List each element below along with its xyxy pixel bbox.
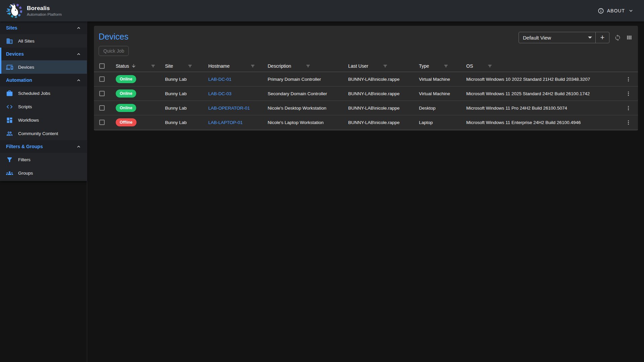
hostname-link[interactable]: LAB-LAPTOP-01: [208, 120, 243, 125]
row-menu-icon[interactable]: [626, 120, 631, 125]
sidebar-item-all-sites[interactable]: All Sites: [0, 34, 87, 48]
sidebar-item-label: Scripts: [18, 104, 32, 109]
description-cell: Primary Domain Controller: [268, 77, 348, 82]
sidebar-item-label: Scheduled Jobs: [18, 91, 50, 96]
site-cell: Bunny Lab: [165, 77, 208, 82]
filter-icon[interactable]: [487, 63, 493, 69]
site-cell: Bunny Lab: [165, 91, 208, 96]
select-caret-icon: [588, 37, 592, 39]
column-header-os[interactable]: OS: [466, 63, 623, 69]
type-cell: Desktop: [419, 106, 466, 111]
last-user-cell: BUNNY-LAB\nicole.rappe: [348, 77, 419, 82]
sort-desc-icon: [131, 63, 136, 68]
type-cell: Virtual Machine: [419, 77, 466, 82]
description-cell: Secondary Domain Controller: [268, 91, 348, 96]
section-label: Filters & Groups: [6, 144, 43, 149]
row-checkbox[interactable]: [99, 120, 105, 125]
os-cell: Microsoft Windows 11 2025 Standard 24H2 …: [466, 91, 623, 96]
column-label: Site: [165, 63, 173, 69]
column-header-description[interactable]: Description: [268, 63, 348, 69]
devices-table: Status Site Hostname Description Last Us…: [94, 60, 638, 130]
sidebar-item-label: Devices: [18, 65, 34, 70]
sidebar-group-automation: Automation Scheduled Jobs Scripts Workfl…: [0, 74, 87, 140]
status-badge: Online: [116, 89, 136, 98]
sidebar-item-community-content[interactable]: Community Content: [0, 127, 87, 140]
chevron-up-icon: [76, 25, 82, 31]
sidebar-group-filters-groups: Filters & Groups Filters Groups: [0, 140, 87, 180]
about-label: ABOUT: [607, 8, 625, 13]
filter-icon[interactable]: [382, 63, 388, 69]
section-label: Sites: [6, 25, 17, 31]
row-menu-icon[interactable]: [626, 91, 631, 97]
sidebar-section-automation[interactable]: Automation: [0, 74, 87, 86]
sidebar-group-devices: Devices Devices: [0, 48, 87, 74]
row-menu-icon[interactable]: [626, 76, 631, 82]
sidebar-item-label: Workflows: [18, 118, 39, 123]
column-header-site[interactable]: Site: [165, 63, 208, 69]
row-checkbox[interactable]: [99, 76, 105, 82]
chevron-down-icon: [628, 8, 634, 14]
description-cell: Nicole's Desktop Workstation: [268, 106, 348, 111]
table-header-row: Status Site Hostname Description Last Us…: [94, 60, 638, 72]
row-checkbox[interactable]: [99, 105, 105, 111]
chevron-up-icon: [76, 144, 82, 149]
brand-text: Borealis Automation Platform: [27, 5, 62, 16]
hostname-link[interactable]: LAB-OPERATOR-01: [208, 106, 250, 111]
brand-title: Borealis: [27, 5, 62, 12]
column-header-status[interactable]: Status: [116, 63, 165, 69]
hostname-link[interactable]: LAB-DC-01: [208, 77, 231, 82]
app-header: Borealis Automation Platform ABOUT: [0, 0, 644, 21]
view-select[interactable]: Default View: [519, 32, 588, 43]
filter-icon[interactable]: [150, 63, 156, 69]
sidebar-item-label: Community Content: [18, 131, 58, 136]
chevron-up-icon: [76, 77, 82, 83]
row-menu-icon[interactable]: [626, 105, 631, 111]
sidebar-item-devices[interactable]: Devices: [0, 60, 87, 74]
status-badge: Offline: [116, 118, 137, 126]
devices-panel: Devices Quick Job Default View + Statu: [94, 26, 638, 131]
column-header-hostname[interactable]: Hostname: [208, 63, 268, 69]
row-checkbox[interactable]: [99, 91, 105, 96]
column-header-last-user[interactable]: Last User: [348, 63, 419, 69]
columns-button[interactable]: [626, 34, 633, 41]
last-user-cell: BUNNY-LAB\nicole.rappe: [348, 120, 419, 125]
last-user-cell: BUNNY-LAB\nicole.rappe: [348, 91, 419, 96]
column-label: OS: [466, 63, 473, 69]
briefcase-icon: [6, 90, 13, 97]
filter-icon[interactable]: [250, 63, 256, 69]
column-header-type[interactable]: Type: [419, 63, 466, 69]
site-cell: Bunny Lab: [165, 106, 208, 111]
sidebar-item-groups[interactable]: Groups: [0, 166, 87, 180]
filter-icon[interactable]: [187, 63, 193, 69]
borealis-logo-icon: [5, 1, 23, 20]
filter-icon[interactable]: [305, 63, 311, 69]
info-icon: [598, 8, 604, 14]
table-row: Online Bunny Lab LAB-DC-03 Secondary Dom…: [94, 86, 638, 101]
select-all-checkbox[interactable]: [99, 63, 105, 69]
filter-icon[interactable]: [443, 63, 449, 69]
view-selector-group: Default View +: [519, 32, 609, 43]
sidebar-item-scheduled-jobs[interactable]: Scheduled Jobs: [0, 86, 87, 100]
table-row: Online Bunny Lab LAB-OPERATOR-01 Nicole'…: [94, 101, 638, 115]
groups-icon: [6, 170, 13, 177]
sidebar-section-devices[interactable]: Devices: [0, 48, 87, 60]
column-label: Description: [268, 63, 291, 69]
about-menu-button[interactable]: ABOUT: [598, 8, 641, 14]
sidebar-item-workflows[interactable]: Workflows: [0, 113, 87, 127]
last-user-cell: BUNNY-LAB\nicole.rappe: [348, 106, 419, 111]
status-badge: Online: [116, 104, 136, 112]
sidebar-section-filters-groups[interactable]: Filters & Groups: [0, 140, 87, 153]
sidebar-section-sites[interactable]: Sites: [0, 21, 87, 34]
quick-job-button[interactable]: Quick Job: [99, 46, 129, 56]
column-label: Hostname: [208, 63, 230, 69]
sidebar-item-scripts[interactable]: Scripts: [0, 100, 87, 113]
dashboard-icon: [6, 117, 13, 124]
sidebar-item-label: Groups: [18, 171, 33, 176]
column-label: Type: [419, 63, 429, 69]
sidebar-item-filters[interactable]: Filters: [0, 153, 87, 166]
site-cell: Bunny Lab: [165, 120, 208, 125]
add-view-button[interactable]: +: [596, 32, 609, 43]
hostname-link[interactable]: LAB-DC-03: [208, 91, 231, 96]
refresh-button[interactable]: [614, 34, 621, 41]
status-badge: Online: [116, 75, 136, 83]
